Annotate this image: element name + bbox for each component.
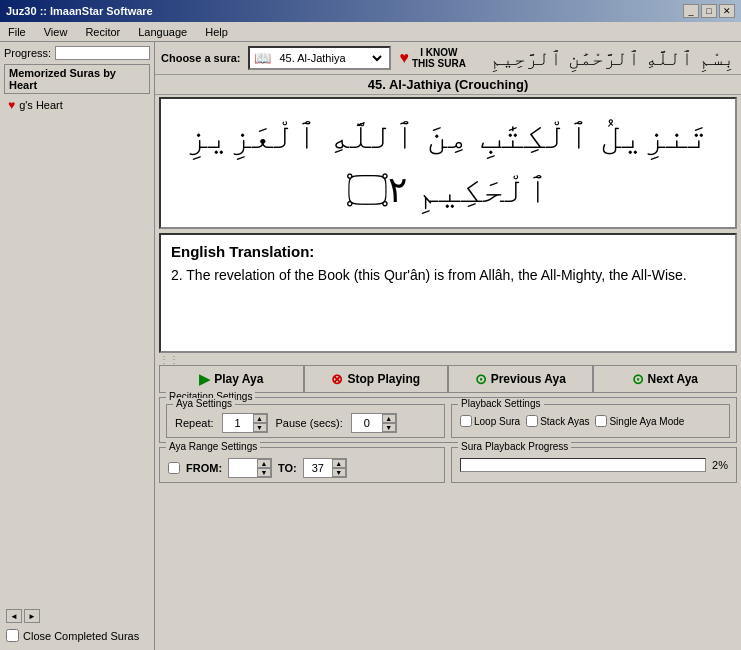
- memorized-header: Memorized Suras by Heart: [4, 64, 150, 94]
- grip-icon: ⋮⋮: [159, 354, 179, 365]
- repeat-down-button[interactable]: ▼: [253, 423, 267, 432]
- repeat-input[interactable]: 1: [223, 416, 253, 430]
- top-toolbar: Choose a sura: 📖 45. Al-Jathiya 1. Al-Fa…: [155, 42, 741, 74]
- stop-icon: ⊗: [331, 371, 343, 387]
- minimize-button[interactable]: _: [683, 4, 699, 18]
- sura-select[interactable]: 45. Al-Jathiya 1. Al-Fatiha 2. Al-Baqara: [275, 51, 385, 65]
- stop-playing-button[interactable]: ⊗ Stop Playing: [304, 365, 449, 393]
- sura-progress-group: Sura Playback Progress 2%: [451, 447, 737, 483]
- pause-spinner-btns: ▲ ▼: [382, 414, 396, 432]
- pause-spinner: 0 ▲ ▼: [351, 413, 397, 433]
- play-icon: ▶: [199, 371, 210, 387]
- single-aya-label: Single Aya Mode: [609, 416, 684, 427]
- from-spinner-btns: ▲ ▼: [257, 459, 271, 477]
- arabic-verse: تَنزِيلُ ٱلْكِتَٰبِ مِنَ ٱللَّهِ ٱلْعَزِ…: [171, 109, 725, 217]
- stack-ayas-checkbox[interactable]: [526, 415, 538, 427]
- know-sura-button[interactable]: ♥ I KNOW THIS SURA: [399, 47, 465, 69]
- loop-sura-item: Loop Sura: [460, 415, 520, 427]
- scroll-buttons: ◄ ►: [4, 607, 150, 625]
- menu-file[interactable]: File: [4, 25, 30, 39]
- next-aya-label: Next Aya: [648, 372, 698, 386]
- stack-ayas-item: Stack Ayas: [526, 415, 589, 427]
- pause-up-button[interactable]: ▲: [382, 414, 396, 423]
- bottom-settings-row: Aya Range Settings FROM: ▲ ▼ TO:: [159, 447, 737, 483]
- progress-label: Progress:: [4, 47, 51, 59]
- tree-item[interactable]: ♥ g's Heart: [4, 96, 150, 114]
- repeat-up-button[interactable]: ▲: [253, 414, 267, 423]
- main-content: Progress: Memorized Suras by Heart ♥ g's…: [0, 42, 741, 650]
- from-down-button[interactable]: ▼: [257, 468, 271, 477]
- menu-language[interactable]: Language: [134, 25, 191, 39]
- left-panel: Progress: Memorized Suras by Heart ♥ g's…: [0, 42, 155, 650]
- scroll-right-button[interactable]: ►: [24, 609, 40, 623]
- range-fields: FROM: ▲ ▼ TO: ▲ ▼: [168, 458, 436, 478]
- close-completed-checkbox-row: Close Completed Suras: [4, 625, 150, 646]
- pause-label: Pause (secs):: [276, 417, 343, 429]
- menu-bar: File View Recitor Language Help: [0, 22, 741, 42]
- next-aya-button[interactable]: ⊙ Next Aya: [593, 365, 738, 393]
- aya-range-checkbox[interactable]: [168, 462, 180, 474]
- from-label: FROM:: [186, 462, 222, 474]
- arabic-display: تَنزِيلُ ٱلْكِتَٰبِ مِنَ ٱللَّهِ ٱلْعَزِ…: [159, 97, 737, 229]
- menu-recitor[interactable]: Recitor: [81, 25, 124, 39]
- book-icon: 📖: [254, 50, 271, 66]
- to-spinner-btns: ▲ ▼: [332, 459, 346, 477]
- to-down-button[interactable]: ▼: [332, 468, 346, 477]
- playback-settings-title: Playback Settings: [458, 398, 544, 409]
- from-input[interactable]: [229, 461, 257, 475]
- to-input[interactable]: [304, 461, 332, 475]
- close-button[interactable]: ✕: [719, 4, 735, 18]
- from-spinner: ▲ ▼: [228, 458, 272, 478]
- sura-select-container: 📖 45. Al-Jathiya 1. Al-Fatiha 2. Al-Baqa…: [248, 46, 391, 70]
- aya-settings-group: Aya Settings Repeat: 1 ▲ ▼ Pause (secs):: [166, 404, 445, 438]
- single-aya-item: Single Aya Mode: [595, 415, 684, 427]
- arabic-basmala: بِسْمِ ٱللَّهِ ٱلرَّحْمَٰنِ ٱلرَّحِيمِ: [490, 47, 735, 70]
- know-line2: THIS SURA: [412, 58, 466, 69]
- to-label: TO:: [278, 462, 297, 474]
- to-spinner: ▲ ▼: [303, 458, 347, 478]
- repeat-label: Repeat:: [175, 417, 214, 429]
- know-text: I KNOW THIS SURA: [412, 47, 466, 69]
- know-heart-icon: ♥: [399, 49, 409, 67]
- know-line1: I KNOW: [420, 47, 457, 58]
- aya-settings-fields: Repeat: 1 ▲ ▼ Pause (secs): 0: [175, 413, 436, 433]
- stack-ayas-label: Stack Ayas: [540, 416, 589, 427]
- previous-icon: ⊙: [475, 371, 487, 387]
- progress-bar: [55, 46, 150, 60]
- repeat-spinner-btns: ▲ ▼: [253, 414, 267, 432]
- pause-down-button[interactable]: ▼: [382, 423, 396, 432]
- playback-row: ▶ Play Aya ⊗ Stop Playing ⊙ Previous Aya…: [159, 365, 737, 393]
- divider-handle[interactable]: ⋮⋮: [155, 355, 741, 363]
- scroll-left-button[interactable]: ◄: [6, 609, 22, 623]
- stop-playing-label: Stop Playing: [347, 372, 420, 386]
- window-controls: _ □ ✕: [683, 4, 735, 18]
- tree-item-label: g's Heart: [19, 99, 63, 111]
- play-aya-button[interactable]: ▶ Play Aya: [159, 365, 304, 393]
- loop-sura-checkbox[interactable]: [460, 415, 472, 427]
- settings-groups: Aya Settings Repeat: 1 ▲ ▼ Pause (secs):: [166, 404, 730, 438]
- window-title: Juz30 :: ImaanStar Software: [6, 5, 153, 17]
- sura-title: 45. Al-Jathiya (Crouching): [155, 74, 741, 95]
- close-completed-checkbox[interactable]: [6, 629, 19, 642]
- to-up-button[interactable]: ▲: [332, 459, 346, 468]
- previous-aya-button[interactable]: ⊙ Previous Aya: [448, 365, 593, 393]
- pause-input[interactable]: 0: [352, 416, 382, 430]
- playback-checkboxes: Loop Sura Stack Ayas Single Aya Mode: [460, 415, 721, 427]
- maximize-button[interactable]: □: [701, 4, 717, 18]
- right-panel: Choose a sura: 📖 45. Al-Jathiya 1. Al-Fa…: [155, 42, 741, 650]
- aya-range-group: Aya Range Settings FROM: ▲ ▼ TO:: [159, 447, 445, 483]
- sura-progress-bar-row: 2%: [460, 458, 728, 472]
- recitation-settings: Recitation Settings Aya Settings Repeat:…: [159, 397, 737, 443]
- menu-help[interactable]: Help: [201, 25, 232, 39]
- aya-settings-title: Aya Settings: [173, 398, 235, 409]
- previous-aya-label: Previous Aya: [491, 372, 566, 386]
- title-bar: Juz30 :: ImaanStar Software _ □ ✕: [0, 0, 741, 22]
- loop-sura-label: Loop Sura: [474, 416, 520, 427]
- menu-view[interactable]: View: [40, 25, 72, 39]
- translation-area: English Translation: 2. The revelation o…: [159, 233, 737, 353]
- progress-row: Progress:: [4, 46, 150, 60]
- sura-progress-title: Sura Playback Progress: [458, 441, 571, 452]
- single-aya-checkbox[interactable]: [595, 415, 607, 427]
- from-up-button[interactable]: ▲: [257, 459, 271, 468]
- repeat-spinner: 1 ▲ ▼: [222, 413, 268, 433]
